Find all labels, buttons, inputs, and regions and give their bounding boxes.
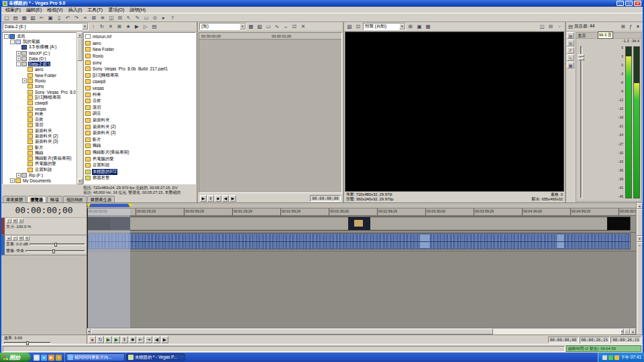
file-item[interactable]: cswgdl: [85, 78, 195, 85]
ie-icon[interactable]: e: [41, 355, 47, 361]
pause-button[interactable]: ‖: [121, 336, 128, 343]
video-track-header[interactable]: ƒMS 大小: 100.0 %: [1, 218, 87, 235]
menu-item[interactable]: 工具(T): [85, 7, 105, 13]
stop-button[interactable]: ■: [215, 195, 221, 202]
file-item[interactable]: 未標題的972: [85, 168, 195, 175]
trimmer-counter[interactable]: 00:00:00;00: [310, 195, 341, 202]
ignore-event-grouping-button[interactable]: ⊟: [116, 14, 124, 21]
new-folder-button[interactable]: ⊞: [115, 23, 123, 30]
tree-item[interactable]: [註1]轉檔專用: [3, 95, 76, 100]
winamp-icon[interactable]: ∿: [56, 355, 62, 361]
add-to-favorites-button[interactable]: ★: [124, 23, 132, 30]
expander-toggle[interactable]: +: [22, 78, 27, 83]
tree-item[interactable]: cswgdl: [3, 101, 76, 106]
menu-item[interactable]: 說明(H): [127, 7, 148, 13]
pause-button[interactable]: ‖: [207, 195, 214, 202]
show-video-button[interactable]: ▭: [264, 23, 272, 30]
file-item[interactable]: 音效: [85, 98, 195, 105]
loop-region-bar[interactable]: [87, 204, 130, 207]
track-fx-button[interactable]: ƒ: [6, 219, 11, 223]
cut-button[interactable]: ✂: [38, 14, 46, 21]
close-button[interactable]: ✕: [634, 1, 641, 6]
file-item[interactable]: 獨錄: [85, 143, 195, 149]
trimmer-media-dropdown[interactable]: (無) ▾: [199, 23, 246, 30]
auto-ripple-button[interactable]: ≋: [99, 14, 107, 21]
fader-handle-left[interactable]: [578, 54, 584, 57]
tree-item[interactable]: sony: [3, 84, 76, 89]
file-item[interactable]: 新資料夾: [85, 117, 195, 124]
next-frame-button[interactable]: ▶: [161, 336, 168, 343]
normal-edit-tool-button[interactable]: ↖: [125, 14, 133, 21]
track-zoom-out-button[interactable]: −: [637, 242, 643, 335]
tree-item[interactable]: + My Documents: [3, 178, 76, 184]
interactive-tutorials-button[interactable]: ▸: [160, 14, 168, 21]
mixer-views-button[interactable]: ▤: [567, 32, 574, 39]
zoom-out-button[interactable]: −: [624, 328, 630, 335]
dock-tab[interactable]: 專案媒體: [3, 196, 26, 202]
timeline-hscrollbar[interactable]: ◂ ▸ − +: [87, 328, 636, 335]
tree-item[interactable]: + Data (D:): [3, 56, 76, 61]
tree-item[interactable]: + Roxio: [3, 78, 76, 83]
selection-edit-tool-button[interactable]: ▭: [142, 14, 150, 21]
dock-button[interactable]: ▫: [555, 23, 564, 30]
auto-crossfade-button[interactable]: ⊠: [90, 14, 98, 21]
antivirus-tray-icon[interactable]: [608, 355, 613, 360]
mute-button[interactable]: M: [18, 236, 23, 241]
show-desktop-icon[interactable]: ▤: [34, 355, 40, 361]
save-project-button[interactable]: ▦: [20, 14, 28, 21]
go-to-end-button[interactable]: ⇥: [145, 336, 152, 343]
expander-toggle[interactable]: -: [10, 40, 15, 44]
tree-item[interactable]: New Folder: [3, 72, 76, 78]
time-ruler[interactable]: 00:00:00;0000:00:29;2900:00:59;2900:01:2…: [87, 208, 636, 216]
stop-button[interactable]: ■: [129, 336, 136, 343]
solo-button[interactable]: S: [18, 219, 23, 223]
preview-quality-dropdown[interactable]: 預覽 (自動) ▾: [363, 23, 406, 30]
msn-tray-icon[interactable]: [614, 355, 619, 360]
undo-button[interactable]: ↶: [64, 14, 72, 21]
insert-audio-bus-button[interactable]: ⊞: [620, 23, 627, 30]
overlays-button[interactable]: ⊞: [407, 23, 415, 30]
file-item[interactable]: sony: [85, 59, 195, 66]
trimmer-workspace[interactable]: 00:00:00;00 00:00:01;00: [199, 32, 342, 193]
scroll-down-icon[interactable]: ▾: [637, 236, 643, 242]
file-item[interactable]: 溫習: [85, 105, 195, 111]
file-item[interactable]: New Folder: [85, 46, 195, 53]
audio-event[interactable]: [87, 233, 631, 249]
chevron-down-icon[interactable]: ▾: [399, 23, 405, 29]
audio-properties-button[interactable]: ∿: [567, 54, 574, 61]
timeline-canvas[interactable]: 00:00:00;0000:00:29;2900:00:59;2900:01:2…: [87, 203, 643, 335]
tree-item[interactable]: + Rip (F:): [3, 172, 76, 178]
media-player-icon[interactable]: ▶: [48, 355, 54, 361]
play-from-start-button[interactable]: ▶: [105, 336, 112, 343]
start-button[interactable]: 開始: [0, 353, 31, 362]
selection-end-time[interactable]: 00:00:26;15: [580, 337, 610, 343]
prev-frame-button[interactable]: ◀: [222, 195, 229, 202]
fader-handle-right[interactable]: [578, 58, 584, 60]
dock-tab[interactable]: 視訊特效: [63, 196, 87, 202]
file-item[interactable]: mtorun.inf: [85, 34, 195, 40]
media-properties-button[interactable]: ▧: [256, 23, 264, 30]
prev-frame-button[interactable]: ◀: [153, 336, 160, 343]
minimize-button[interactable]: _: [616, 1, 624, 6]
expander-toggle[interactable]: +: [10, 178, 15, 183]
delete-button[interactable]: ✕: [107, 23, 115, 30]
edit-cursor[interactable]: [87, 208, 88, 328]
expander-toggle[interactable]: +: [16, 56, 21, 61]
tree-scrollbar[interactable]: ▴ ▾: [76, 32, 83, 184]
play-button[interactable]: ▶: [200, 195, 207, 202]
file-item[interactable]: vegas: [85, 85, 195, 92]
refresh-button[interactable]: ↻: [98, 23, 106, 30]
menu-item[interactable]: 選項(O): [105, 7, 127, 13]
video-event[interactable]: [87, 217, 631, 231]
file-item[interactable]: 音質和諧: [85, 162, 195, 169]
insert-assignable-fx-button[interactable]: ƒ: [567, 47, 574, 54]
split-screen-button[interactable]: ◫: [538, 23, 546, 30]
track-fx-button[interactable]: ƒ: [12, 236, 17, 241]
save-snapshot-button[interactable]: ▦: [424, 23, 432, 30]
file-item[interactable]: 影片: [85, 137, 195, 143]
dock-button[interactable]: ⊡: [290, 23, 299, 30]
audio-track-header[interactable]: ●ƒMS 音量: 0.0 dB 聲像: 中央: [1, 235, 87, 255]
tree-item[interactable]: 3.5 軟碟機 (A:): [3, 45, 76, 50]
envelope-edit-tool-button[interactable]: ✎: [133, 14, 142, 21]
volume-tray-icon[interactable]: [602, 355, 607, 360]
